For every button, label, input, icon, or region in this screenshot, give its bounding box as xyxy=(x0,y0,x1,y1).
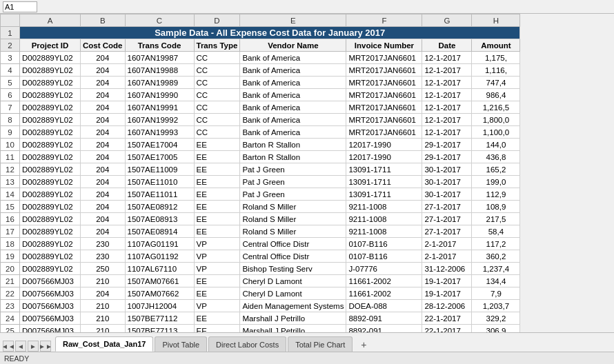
cell-r5-c6[interactable]: 12-1-2017 xyxy=(422,77,472,89)
cell-r13-c3[interactable]: EE xyxy=(194,176,240,188)
cell-r18-c4[interactable]: Central Office Distr xyxy=(240,238,346,250)
cell-r3-c1[interactable]: 204 xyxy=(81,52,126,64)
cell-r20-c5[interactable]: J-07776 xyxy=(346,263,422,275)
tab-nav-prev[interactable]: ◄ xyxy=(15,341,26,352)
tab-nav-last[interactable]: ►► xyxy=(40,341,51,352)
cell-r20-c4[interactable]: Bishop Testing Serv xyxy=(240,263,346,275)
tab-direct-labor[interactable]: Direct Labor Costs xyxy=(208,336,286,352)
cell-r7-c3[interactable]: CC xyxy=(194,101,240,114)
col-header-c[interactable]: C xyxy=(125,14,194,27)
col-header-b[interactable]: B xyxy=(81,14,126,27)
cell-r10-c0[interactable]: D002889YL02 xyxy=(20,139,81,151)
cell-r23-c5[interactable]: DOEA-088 xyxy=(346,300,422,312)
cell-r25-c7[interactable]: 306,9 xyxy=(472,325,520,333)
cell-r17-c2[interactable]: 1507AE08914 xyxy=(125,225,194,238)
cell-r11-c5[interactable]: 12017-1990 xyxy=(346,151,422,163)
cell-r18-c7[interactable]: 117,2 xyxy=(472,238,520,250)
cell-r12-c2[interactable]: 1507AE11009 xyxy=(125,163,194,176)
cell-r9-c6[interactable]: 12-1-2017 xyxy=(422,126,472,139)
cell-r24-c3[interactable]: EE xyxy=(194,312,240,325)
cell-r12-c3[interactable]: EE xyxy=(194,163,240,176)
cell-r19-c5[interactable]: 0107-B116 xyxy=(346,250,422,263)
cell-r11-c0[interactable]: D002889YL02 xyxy=(20,151,81,163)
cell-r22-c5[interactable]: 11661-2002 xyxy=(346,287,422,300)
cell-r3-c4[interactable]: Bank of America xyxy=(240,52,346,64)
cell-r16-c1[interactable]: 204 xyxy=(81,213,126,225)
cell-r25-c1[interactable]: 210 xyxy=(81,325,126,333)
name-box[interactable] xyxy=(3,1,37,12)
cell-r23-c0[interactable]: D007566MJ03 xyxy=(20,300,81,312)
cell-r25-c3[interactable]: EE xyxy=(194,325,240,333)
cell-r8-c1[interactable]: 204 xyxy=(81,114,126,126)
cell-r8-c4[interactable]: Bank of America xyxy=(240,114,346,126)
cell-r4-c1[interactable]: 204 xyxy=(81,64,126,77)
cell-r15-c4[interactable]: Roland S Miller xyxy=(240,201,346,213)
cell-r21-c7[interactable]: 134,4 xyxy=(472,275,520,287)
cell-r20-c3[interactable]: VP xyxy=(194,263,240,275)
tab-total-pie-chart[interactable]: Total Pie Chart xyxy=(288,336,353,352)
cell-r13-c7[interactable]: 199,0 xyxy=(472,176,520,188)
cell-r17-c5[interactable]: 9211-1008 xyxy=(346,225,422,238)
cell-r10-c2[interactable]: 1507AE17004 xyxy=(125,139,194,151)
cell-r9-c0[interactable]: D002889YL02 xyxy=(20,126,81,139)
cell-r10-c5[interactable]: 12017-1990 xyxy=(346,139,422,151)
cell-r16-c5[interactable]: 9211-1008 xyxy=(346,213,422,225)
add-sheet-button[interactable]: + xyxy=(357,338,370,352)
cell-r4-c5[interactable]: MRT2017JAN6601 xyxy=(346,64,422,77)
cell-r5-c0[interactable]: D002889YL02 xyxy=(20,77,81,89)
cell-r19-c4[interactable]: Central Office Distr xyxy=(240,250,346,263)
cell-r11-c2[interactable]: 1507AE17005 xyxy=(125,151,194,163)
cell-r15-c5[interactable]: 9211-1008 xyxy=(346,201,422,213)
cell-r5-c4[interactable]: Bank of America xyxy=(240,77,346,89)
cell-r21-c1[interactable]: 210 xyxy=(81,275,126,287)
cell-r6-c6[interactable]: 12-1-2017 xyxy=(422,89,472,101)
cell-r25-c0[interactable]: D007566MJ03 xyxy=(20,325,81,333)
tab-pivot-table[interactable]: Pivot Table xyxy=(155,336,207,352)
cell-r14-c7[interactable]: 112,9 xyxy=(472,188,520,201)
cell-r23-c1[interactable]: 210 xyxy=(81,300,126,312)
cell-r25-c6[interactable]: 22-1-2017 xyxy=(422,325,472,333)
cell-r15-c6[interactable]: 27-1-2017 xyxy=(422,201,472,213)
cell-r20-c6[interactable]: 31-12-2006 xyxy=(422,263,472,275)
cell-r20-c7[interactable]: 1,237,4 xyxy=(472,263,520,275)
cell-r19-c0[interactable]: D002889YL02 xyxy=(20,250,81,263)
cell-r21-c4[interactable]: Cheryl D Lamont xyxy=(240,275,346,287)
cell-r6-c1[interactable]: 204 xyxy=(81,89,126,101)
cell-r4-c4[interactable]: Bank of America xyxy=(240,64,346,77)
cell-r16-c2[interactable]: 1507AE08913 xyxy=(125,213,194,225)
cell-r6-c7[interactable]: 986,4 xyxy=(472,89,520,101)
cell-r21-c5[interactable]: 11661-2002 xyxy=(346,275,422,287)
cell-r23-c4[interactable]: Aiden Management Systems xyxy=(240,300,346,312)
cell-r13-c6[interactable]: 30-1-2017 xyxy=(422,176,472,188)
cell-r18-c1[interactable]: 230 xyxy=(81,238,126,250)
cell-r15-c2[interactable]: 1507AE08912 xyxy=(125,201,194,213)
cell-r18-c2[interactable]: 1107AG01191 xyxy=(125,238,194,250)
cell-r8-c5[interactable]: MRT2017JAN6601 xyxy=(346,114,422,126)
cell-r6-c3[interactable]: CC xyxy=(194,89,240,101)
cell-r7-c4[interactable]: Bank of America xyxy=(240,101,346,114)
cell-r14-c2[interactable]: 1507AE11011 xyxy=(125,188,194,201)
cell-r7-c6[interactable]: 12-1-2017 xyxy=(422,101,472,114)
cell-r9-c3[interactable]: CC xyxy=(194,126,240,139)
cell-r7-c0[interactable]: D002889YL02 xyxy=(20,101,81,114)
cell-r19-c1[interactable]: 230 xyxy=(81,250,126,263)
cell-r12-c5[interactable]: 13091-1711 xyxy=(346,163,422,176)
cell-r24-c0[interactable]: D007566MJ03 xyxy=(20,312,81,325)
cell-r20-c1[interactable]: 250 xyxy=(81,263,126,275)
cell-r14-c5[interactable]: 13091-1711 xyxy=(346,188,422,201)
cell-r15-c3[interactable]: EE xyxy=(194,201,240,213)
cell-r8-c2[interactable]: 1607AN19992 xyxy=(125,114,194,126)
cell-r22-c7[interactable]: 7,9 xyxy=(472,287,520,300)
cell-r9-c4[interactable]: Bank of America xyxy=(240,126,346,139)
cell-r7-c7[interactable]: 1,216,5 xyxy=(472,101,520,114)
cell-r24-c6[interactable]: 22-1-2017 xyxy=(422,312,472,325)
cell-r17-c6[interactable]: 27-1-2017 xyxy=(422,225,472,238)
cell-r17-c3[interactable]: EE xyxy=(194,225,240,238)
cell-r11-c1[interactable]: 204 xyxy=(81,151,126,163)
cell-r18-c3[interactable]: VP xyxy=(194,238,240,250)
cell-r24-c1[interactable]: 210 xyxy=(81,312,126,325)
cell-r15-c0[interactable]: D002889YL02 xyxy=(20,201,81,213)
col-header-g[interactable]: G xyxy=(422,14,472,27)
cell-r6-c2[interactable]: 1607AN19990 xyxy=(125,89,194,101)
col-header-d[interactable]: D xyxy=(194,14,240,27)
